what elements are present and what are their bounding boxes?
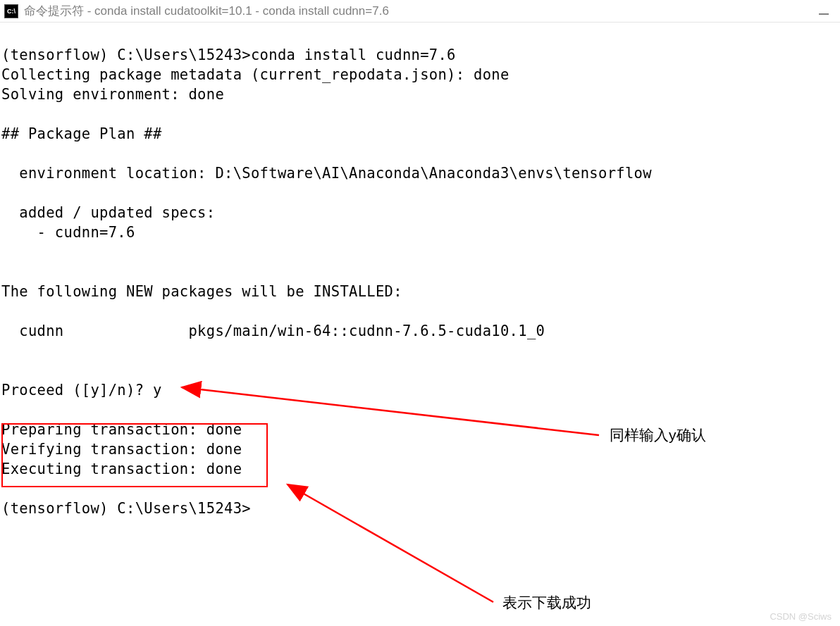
terminal-line: (tensorflow) C:\Users\15243> <box>1 500 251 517</box>
window-controls <box>819 8 836 15</box>
window-title: 命令提示符 - conda install cudatoolkit=10.1 -… <box>24 3 389 19</box>
terminal-line: The following NEW packages will be INSTA… <box>1 283 402 300</box>
terminal-line: Solving environment: done <box>1 86 224 103</box>
window-titlebar: C:\ 命令提示符 - conda install cudatoolkit=10… <box>0 0 840 23</box>
minimize-button[interactable] <box>819 13 829 15</box>
terminal-line: - cudnn=7.6 <box>1 224 135 241</box>
cmd-icon-text: C:\ <box>7 8 16 15</box>
terminal-line: Proceed ([y]/n)? y <box>1 382 162 399</box>
terminal-line: cudnn pkgs/main/win-64::cudnn-7.6.5-cuda… <box>1 323 545 339</box>
terminal-line: Preparing transaction: done <box>1 421 242 438</box>
terminal-line: Verifying transaction: done <box>1 441 242 458</box>
terminal-line: (tensorflow) C:\Users\15243>conda instal… <box>1 46 456 63</box>
annotation-label-2: 表示下载成功 <box>502 593 591 613</box>
watermark: CSDN @Sciws <box>770 611 832 622</box>
terminal-line: added / updated specs: <box>1 204 215 221</box>
terminal-line: ## Package Plan ## <box>1 125 162 142</box>
terminal-line: environment location: D:\Software\AI\Ana… <box>1 165 652 182</box>
terminal-line: Collecting package metadata (current_rep… <box>1 66 509 83</box>
terminal-output: (tensorflow) C:\Users\15243>conda instal… <box>0 23 840 518</box>
cmd-icon: C:\ <box>4 4 18 18</box>
terminal-line: Executing transaction: done <box>1 461 242 477</box>
